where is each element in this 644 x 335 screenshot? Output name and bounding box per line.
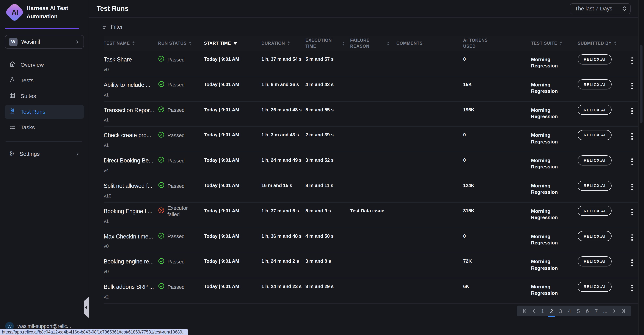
test-run-row[interactable]: Bulk addons SRP ... v2 Passed Today | 9:… bbox=[104, 278, 638, 304]
column-header-submitted-by[interactable]: SUBMITTED BY bbox=[578, 40, 626, 46]
row-menu-button[interactable] bbox=[626, 228, 638, 253]
column-header-test-suite[interactable]: TEST SUITE bbox=[531, 40, 578, 46]
column-header-duration[interactable]: DURATION bbox=[262, 40, 306, 46]
sort-arrows-icon[interactable] bbox=[614, 41, 616, 45]
row-menu-button[interactable] bbox=[626, 101, 638, 126]
sidebar-item-settings[interactable]: ⚙ Settings bbox=[5, 147, 84, 161]
test-name[interactable]: Direct Booking Be... bbox=[104, 157, 154, 164]
column-header-execution-time[interactable]: EXECUTION TIME bbox=[306, 38, 350, 49]
test-run-row[interactable]: Split not allowed f... v10 Passed Today … bbox=[104, 177, 638, 203]
test-name[interactable]: Max Checkin time... bbox=[104, 233, 154, 240]
page-button-4[interactable]: 4 bbox=[565, 306, 574, 316]
test-run-row[interactable]: Direct Booking Be... v4 Passed Today | 9… bbox=[104, 152, 638, 177]
row-menu-button[interactable] bbox=[626, 152, 638, 177]
test-run-row[interactable]: Booking engine re... v0 Passed Today | 9… bbox=[104, 253, 638, 279]
start-time: Today | 9:01 AM bbox=[204, 152, 262, 177]
run-status: Passed bbox=[158, 177, 204, 195]
sort-arrows-icon[interactable] bbox=[560, 41, 562, 45]
filter-label: Filter bbox=[111, 24, 123, 30]
check-circle-icon bbox=[158, 157, 164, 165]
sort-desc-icon[interactable] bbox=[234, 42, 237, 45]
duration: 1 h, 26 m and 48 s bbox=[262, 101, 306, 126]
grid-icon bbox=[9, 92, 16, 100]
row-menu-button[interactable] bbox=[626, 177, 638, 202]
page-button-7[interactable]: 7 bbox=[592, 306, 600, 316]
column-header-comments[interactable]: COMMENTS bbox=[396, 40, 463, 46]
sort-arrows-icon[interactable] bbox=[342, 41, 344, 45]
row-menu-button[interactable] bbox=[626, 253, 638, 278]
row-menu-button[interactable] bbox=[626, 127, 638, 152]
duration: 1 h, 3 m and 43 s bbox=[262, 127, 306, 152]
ai-tokens-used: 315K bbox=[463, 203, 531, 228]
test-version: v10 bbox=[104, 193, 154, 199]
next-page-button[interactable] bbox=[610, 306, 618, 316]
page-button-2[interactable]: 2 bbox=[548, 306, 556, 316]
test-name[interactable]: Booking Engine L... bbox=[104, 208, 154, 215]
column-header-run-status[interactable]: RUN STATUS bbox=[158, 40, 204, 46]
date-range-select[interactable]: The last 7 Days bbox=[570, 3, 631, 14]
test-name[interactable]: Check create pro... bbox=[104, 132, 154, 139]
sort-arrows-icon[interactable] bbox=[189, 41, 192, 45]
sidebar-item-test-runs[interactable]: Test Runs bbox=[5, 104, 84, 119]
comments bbox=[396, 278, 463, 303]
page-ellipsis[interactable]: ... bbox=[601, 306, 609, 316]
row-menu-button[interactable] bbox=[626, 76, 638, 101]
test-version: v1 bbox=[104, 117, 154, 123]
ai-tokens-used: 0 bbox=[463, 127, 531, 152]
start-time: Today | 9:01 AM bbox=[204, 127, 262, 152]
test-name[interactable]: Bulk addons SRP ... bbox=[104, 283, 154, 291]
sidebar-item-overview[interactable]: Overview bbox=[5, 57, 84, 72]
row-menu-button[interactable] bbox=[626, 203, 638, 228]
column-header-start-time[interactable]: START TIME bbox=[204, 40, 262, 46]
test-run-row[interactable]: Booking Engine L... v1 Executor failed T… bbox=[104, 203, 638, 228]
start-time: Today | 9:01 AM bbox=[204, 253, 262, 278]
scrollbar-track[interactable] bbox=[638, 0, 644, 335]
test-name[interactable]: Task Share bbox=[104, 56, 154, 63]
sort-arrows-icon[interactable] bbox=[132, 41, 134, 45]
failure-reason bbox=[350, 278, 396, 303]
sidebar: AI Harness AI Test Automation W Wasimil … bbox=[0, 0, 89, 335]
sidebar-accent-divider bbox=[5, 28, 79, 29]
test-name[interactable]: Transaction Repor... bbox=[104, 106, 154, 114]
row-menu-button[interactable] bbox=[626, 278, 638, 303]
filter-button[interactable]: Filter bbox=[89, 17, 644, 36]
test-name[interactable]: Booking engine re... bbox=[104, 258, 154, 266]
submitted-by-badge: RELICX.AI bbox=[578, 231, 612, 241]
test-run-row[interactable]: Check create pro... v1 Passed Today | 9:… bbox=[104, 127, 638, 152]
test-suite: Morning Regression bbox=[531, 76, 578, 101]
row-menu-button[interactable] bbox=[626, 51, 638, 76]
test-run-row[interactable]: Max Checkin time... v0 Passed Today | 9:… bbox=[104, 228, 638, 253]
test-run-row[interactable]: Transaction Repor... v1 Passed Today | 9… bbox=[104, 101, 638, 127]
column-header-failure-reason[interactable]: FAILURE REASON bbox=[350, 38, 396, 49]
sidebar-item-label: Tasks bbox=[20, 124, 35, 130]
sidebar-item-tests[interactable]: Tests bbox=[5, 73, 84, 87]
sort-arrows-icon[interactable] bbox=[288, 41, 290, 45]
page-button-5[interactable]: 5 bbox=[574, 306, 582, 316]
execution-time: 3 m and 29 s bbox=[306, 278, 350, 303]
previous-page-button[interactable] bbox=[530, 306, 538, 316]
test-name[interactable]: Ability to include ... bbox=[104, 81, 154, 89]
date-range-value: The last 7 Days bbox=[575, 5, 612, 11]
duration: 1 h, 24 m and 23 s bbox=[262, 278, 306, 303]
workspace-selector[interactable]: W Wasimil bbox=[5, 35, 84, 49]
execution-time: 4 m and 42 s bbox=[306, 76, 350, 101]
test-version: v1 bbox=[104, 218, 154, 225]
test-run-row[interactable]: Task Share v0 Passed Today | 9:01 AM 1 h… bbox=[104, 51, 638, 76]
test-run-row[interactable]: Ability to include ... v1 Passed Today |… bbox=[104, 76, 638, 102]
column-header-test-name[interactable]: TEST NAME bbox=[104, 40, 158, 46]
scrollbar-thumb[interactable] bbox=[640, 45, 642, 123]
last-page-button[interactable] bbox=[619, 306, 627, 316]
page-button-3[interactable]: 3 bbox=[556, 306, 564, 316]
test-name[interactable]: Split not allowed f... bbox=[104, 182, 154, 190]
sidebar-item-suites[interactable]: Suites bbox=[5, 89, 84, 103]
column-header-ai-tokens-used[interactable]: AI TOKENS USED bbox=[463, 38, 531, 49]
first-page-button[interactable] bbox=[520, 306, 529, 316]
page-button-1[interactable]: 1 bbox=[538, 306, 547, 316]
ai-tokens-used: 15K bbox=[463, 76, 531, 101]
page-button-6[interactable]: 6 bbox=[583, 306, 592, 316]
sort-arrows-icon[interactable] bbox=[387, 41, 389, 45]
sidebar-item-tasks[interactable]: Tasks bbox=[5, 120, 84, 134]
sidebar-collapse-handle[interactable] bbox=[84, 297, 89, 318]
start-time: Today | 9:01 AM bbox=[204, 228, 262, 253]
submitted-by-badge: RELICX.AI bbox=[578, 54, 612, 64]
